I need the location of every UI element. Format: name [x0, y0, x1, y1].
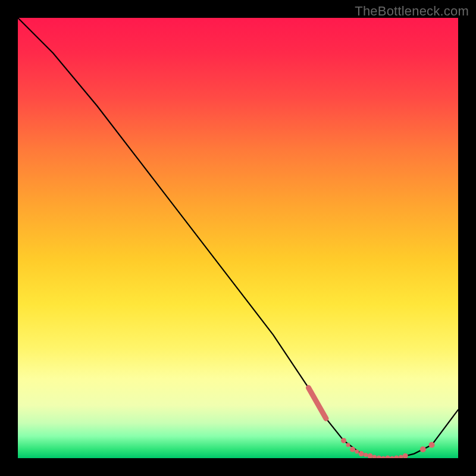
- chart-markers: [308, 388, 434, 458]
- chart-marker: [403, 453, 408, 458]
- chart-marker: [346, 443, 350, 447]
- chart-marker: [420, 446, 426, 452]
- chart-marker: [341, 438, 346, 443]
- chart-marker: [394, 456, 399, 459]
- chart-marker: [350, 447, 355, 452]
- chart-marker: [385, 456, 390, 459]
- chart-marker: [390, 456, 394, 459]
- chart-marker: [399, 455, 403, 458]
- chart-marker: [372, 455, 377, 458]
- chart-marker: [368, 453, 373, 458]
- chart-frame: TheBottleneck.com: [0, 0, 476, 476]
- chart-svg: [18, 18, 458, 458]
- chart-marker: [429, 442, 435, 448]
- chart-marker: [364, 453, 368, 457]
- watermark-text: TheBottleneck.com: [355, 4, 469, 19]
- chart-marker: [359, 451, 364, 456]
- chart-line: [18, 18, 458, 458]
- chart-plot-area: [18, 18, 458, 458]
- chart-marker: [376, 456, 381, 459]
- chart-marker-segment: [308, 388, 326, 419]
- chart-marker: [381, 456, 386, 459]
- chart-marker: [355, 449, 359, 453]
